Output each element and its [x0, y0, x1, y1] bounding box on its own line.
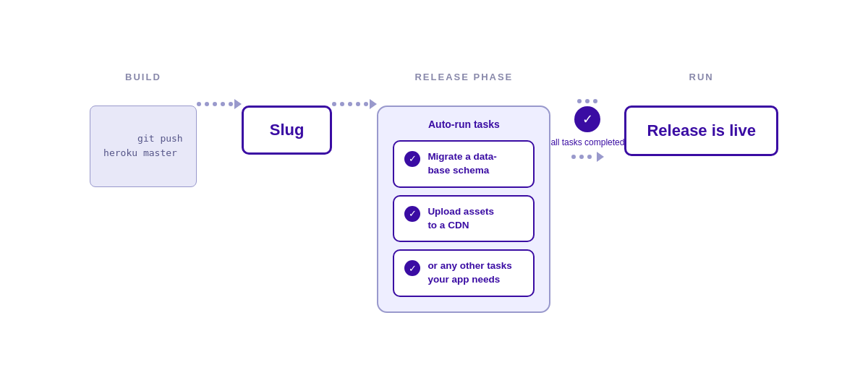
git-push-box: git push heroku master: [90, 106, 197, 187]
dot: [593, 99, 597, 103]
dot: [197, 102, 201, 106]
pipeline-diagram: BUILD git push heroku master BUILD Slug: [0, 43, 868, 327]
connector-3-area: ✓ all tasks completed: [550, 99, 624, 162]
check-icon-3: ✓: [404, 260, 420, 276]
all-tasks-label: all tasks completed: [550, 137, 624, 149]
dot: [205, 102, 209, 106]
dot: [577, 99, 582, 103]
task-box-2: ✓ Upload assetsto a CDN: [393, 195, 535, 243]
dot: [348, 102, 352, 106]
run-column: RUN Release is live: [624, 72, 778, 157]
release-container: Auto-run tasks ✓ Migrate a data-base sch…: [377, 106, 550, 313]
task-text-2: Upload assetsto a CDN: [427, 205, 494, 233]
connector-1: [197, 99, 242, 109]
dots-2: [332, 102, 368, 106]
git-push-text: git push heroku master: [103, 133, 183, 159]
dot: [221, 102, 225, 106]
slug-box: Slug: [242, 106, 333, 155]
dot: [356, 102, 360, 106]
task-text-3: or any other tasksyour app needs: [427, 259, 511, 287]
dot: [213, 102, 217, 106]
run-phase-label: RUN: [689, 72, 714, 82]
release-phase-label: RELEASE PHASE: [414, 72, 513, 82]
dot: [229, 102, 233, 106]
task-box-1: ✓ Migrate a data-base schema: [393, 140, 535, 188]
task-text-1: Migrate a data-base schema: [427, 150, 496, 178]
auto-run-label: Auto-run tasks: [428, 119, 500, 130]
arrow-head-2: [370, 99, 377, 109]
release-live-box: Release is live: [624, 106, 778, 157]
arrow-head-1: [234, 99, 242, 109]
check-icon-1: ✓: [404, 151, 420, 167]
slug-column: BUILD Slug: [242, 72, 333, 155]
dots-1: [197, 102, 233, 106]
release-phase-column: RELEASE PHASE Auto-run tasks ✓ Migrate a…: [377, 72, 550, 313]
dots-after-check: [571, 152, 604, 162]
all-tasks-check-area: ✓ all tasks completed: [550, 106, 624, 149]
dot: [579, 155, 584, 159]
dots-before-check: [577, 99, 597, 103]
arrow-head-3: [597, 152, 604, 162]
dot: [340, 102, 344, 106]
dot: [571, 155, 576, 159]
connector-2: [332, 99, 377, 109]
build-phase-label: BUILD: [125, 72, 161, 82]
dot: [585, 99, 590, 103]
dot: [332, 102, 336, 106]
git-push-column: BUILD git push heroku master: [90, 72, 197, 187]
dot: [587, 155, 592, 159]
task-box-3: ✓ or any other tasksyour app needs: [393, 249, 535, 297]
all-tasks-check-icon: ✓: [574, 106, 600, 132]
check-icon-2: ✓: [404, 206, 420, 222]
all-tasks-text: all tasks completed: [550, 137, 624, 147]
dot: [364, 102, 368, 106]
